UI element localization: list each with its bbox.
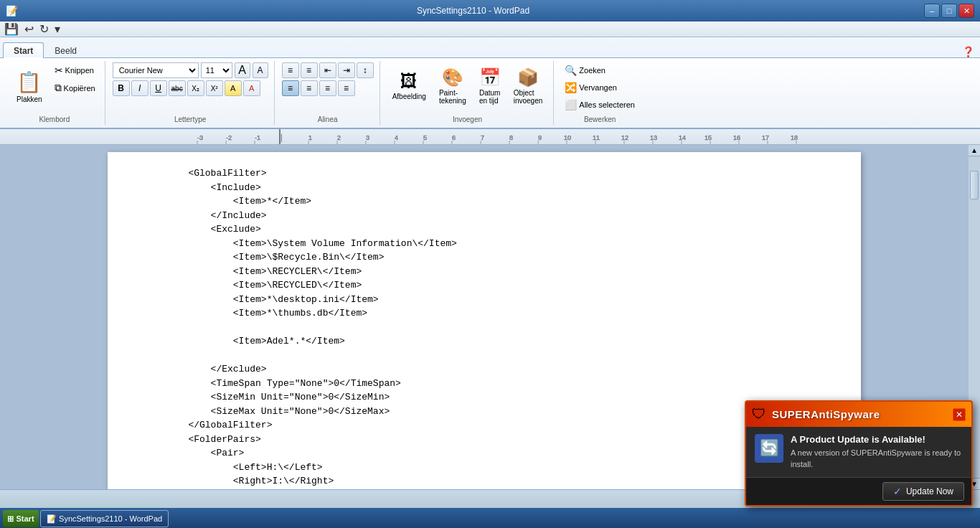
taskbar-wordpad[interactable]: 📝 SyncSettings2110 - WordPad [40, 510, 169, 527]
popup-footer: ✓ Update Now [746, 477, 971, 505]
svg-text:-3: -3 [197, 134, 203, 141]
svg-text:18: 18 [791, 134, 798, 141]
svg-text:5: 5 [423, 134, 427, 141]
bold-button[interactable]: B [113, 80, 130, 96]
zoeken-button[interactable]: 🔍 Zoeken [561, 62, 639, 78]
line-spacing-btn[interactable]: ↕ [357, 62, 374, 78]
ruler-svg: -3 -2 -1 │ 1 2 3 4 5 6 7 8 9 10 11 12 13… [0, 129, 980, 145]
font-row1: Courier New 11 A A [113, 62, 268, 78]
select-all-icon: ⬜ [565, 99, 577, 110]
scroll-up-btn[interactable]: ▲ [969, 145, 980, 156]
quick-access-toolbar: 💾 ↩ ↻ ▾ [0, 22, 980, 37]
align-left-btn[interactable]: ≡ [282, 80, 299, 96]
vervangen-button[interactable]: 🔀 Vervangen [561, 80, 639, 95]
align-center-btn[interactable]: ≡ [301, 80, 318, 96]
ruler-content: -3 -2 -1 │ 1 2 3 4 5 6 7 8 9 10 11 12 13… [0, 129, 980, 144]
svg-text:11: 11 [593, 134, 600, 141]
object-icon: 📦 [517, 67, 539, 88]
subscript-button[interactable]: X₂ [187, 80, 204, 96]
svg-text:16: 16 [733, 134, 740, 141]
svg-text:4: 4 [395, 134, 398, 141]
popup-close-button[interactable]: ✕ [953, 408, 966, 421]
document-content[interactable]: <GlobalFilter> <Include> <Item>*</Item> … [143, 166, 825, 489]
popup-header: 🛡 SUPERAntiSpyware ✕ [746, 402, 971, 427]
popup-msg-title: A Product Update is Available! [791, 434, 963, 445]
superscript-button[interactable]: X² [206, 80, 223, 96]
svg-text:13: 13 [650, 134, 657, 141]
afbeelding-button[interactable]: 🖼 Afbeelding [387, 62, 431, 109]
undo-quick-btn[interactable]: ↩ [23, 22, 35, 36]
help-icon[interactable]: ❓ [962, 46, 977, 57]
update-now-button[interactable]: ✓ Update Now [882, 482, 964, 501]
svg-text:│: │ [280, 133, 284, 142]
save-quick-btn[interactable]: 💾 [3, 22, 20, 36]
list-numbers-btn[interactable]: ≡ [301, 62, 318, 78]
popup-body: 🔄 A Product Update is Available! A new v… [746, 427, 971, 477]
window-title: SyncSettings2110 - WordPad [22, 6, 924, 16]
knippen-button[interactable]: ✂ Knippen [51, 62, 99, 78]
svg-text:10: 10 [564, 134, 571, 141]
checkmark-icon: ✓ [893, 486, 902, 497]
justify-btn[interactable]: ≡ [338, 80, 355, 96]
strikethrough-button[interactable]: abc [169, 80, 186, 96]
alles-selecteren-button[interactable]: ⬜ Alles selecteren [561, 97, 639, 113]
highlight-button[interactable]: A [225, 80, 242, 96]
plakken-button[interactable]: 📋 Plakken [10, 62, 49, 111]
paint-button[interactable]: 🎨 Paint-tekening [434, 62, 471, 109]
font-increase-btn[interactable]: A [235, 62, 250, 78]
list-bullets-btn[interactable]: ≡ [282, 62, 299, 78]
scroll-thumb[interactable] [970, 171, 979, 199]
object-invoegen-button[interactable]: 📦 Objectinvoegen [509, 62, 548, 109]
minimize-button[interactable]: – [924, 4, 940, 18]
svg-rect-0 [0, 129, 980, 145]
underline-button[interactable]: U [150, 80, 167, 96]
italic-button[interactable]: I [131, 80, 149, 96]
font-color-button[interactable]: A [243, 80, 260, 96]
group-invoegen: 🖼 Afbeelding 🎨 Paint-tekening 📅 Datumen … [382, 61, 555, 125]
replace-icon: 🔀 [565, 82, 577, 93]
datum-button[interactable]: 📅 Datumen tijd [474, 62, 506, 109]
paint-icon: 🎨 [442, 67, 463, 88]
popup-update-icon: 🔄 [755, 434, 783, 463]
align-row1: ≡ ≡ ⇤ ⇥ ↕ [282, 62, 374, 78]
group-klembord: 📋 Plakken ✂ Knippen ⧉ Kopiëren Klembord [4, 61, 105, 125]
svg-text:-1: -1 [255, 134, 260, 141]
align-right-btn[interactable]: ≡ [319, 80, 336, 96]
tab-beeld[interactable]: Beeld [44, 42, 88, 57]
font-name-select[interactable]: Courier New [113, 62, 199, 78]
decrease-indent-btn[interactable]: ⇤ [319, 62, 336, 78]
font-size-select[interactable]: 11 [201, 62, 232, 78]
maximize-button[interactable]: □ [941, 4, 957, 18]
close-button[interactable]: ✕ [958, 4, 974, 18]
klembord-small-btns: ✂ Knippen ⧉ Kopiëren [51, 62, 99, 96]
kopieren-icon: ⧉ [55, 82, 62, 94]
image-icon: 🖼 [400, 71, 418, 91]
invoegen-content: 🖼 Afbeelding 🎨 Paint-tekening 📅 Datumen … [387, 62, 548, 123]
svg-text:3: 3 [366, 134, 369, 141]
svg-text:2: 2 [337, 134, 341, 141]
kopieren-button[interactable]: ⧉ Kopiëren [51, 80, 99, 96]
svg-text:6: 6 [452, 134, 456, 141]
ribbon: Start Beeld ❓ 📋 Plakken ✂ Knippen ⧉ [0, 37, 980, 129]
start-button[interactable]: ⊞ Start [3, 510, 39, 527]
popup-title: SUPERAntiSpyware [772, 408, 880, 420]
status-info [6, 495, 8, 504]
window-controls: – □ ✕ [924, 4, 974, 18]
svg-text:8: 8 [509, 134, 513, 141]
increase-indent-btn[interactable]: ⇥ [338, 62, 355, 78]
app-icon: 📝 [6, 5, 18, 16]
redo-quick-btn[interactable]: ↻ [38, 22, 50, 36]
more-quick-btn[interactable]: ▾ [53, 22, 62, 36]
ribbon-content: 📋 Plakken ✂ Knippen ⧉ Kopiëren Klembord [0, 57, 980, 128]
popup-logo-icon: 🛡 [752, 406, 766, 423]
group-bewerken: 🔍 Zoeken 🔀 Vervangen ⬜ Alles selecteren … [555, 61, 644, 125]
ruler: -3 -2 -1 │ 1 2 3 4 5 6 7 8 9 10 11 12 13… [0, 129, 980, 145]
svg-text:15: 15 [705, 134, 712, 141]
plakken-icon: 📋 [17, 70, 42, 94]
tab-start[interactable]: Start [3, 42, 44, 59]
search-icon: 🔍 [565, 65, 577, 76]
ribbon-tabs: Start Beeld ❓ [0, 37, 980, 57]
font-decrease-btn[interactable]: A [253, 62, 268, 78]
popup-msg-body: A new version of SUPERAntiSpyware is rea… [791, 448, 963, 470]
font-area: Courier New 11 A A B I U abc X₂ X² A [113, 62, 268, 106]
